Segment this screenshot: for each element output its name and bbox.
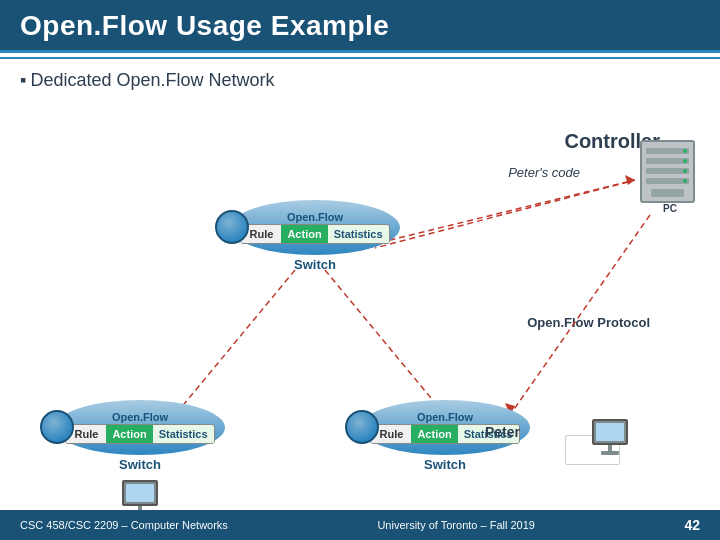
content-area: Dedicated Open.Flow Network Controller P… <box>0 60 720 510</box>
center-router-icon <box>215 210 249 244</box>
right-switch-label: Switch <box>424 457 466 472</box>
title-separator <box>0 57 720 59</box>
center-stats-cell: Statistics <box>328 225 389 243</box>
footer-center: University of Toronto – Fall 2019 <box>377 519 535 531</box>
server-row-4 <box>646 178 688 184</box>
right-router-icon <box>345 410 379 444</box>
server-row-1 <box>646 148 688 154</box>
arrow-center-to-left <box>175 270 295 415</box>
left-of-label: Open.Flow <box>112 411 168 423</box>
arrow-pc-to-center <box>375 182 628 248</box>
arrow-center-to-right <box>325 270 445 415</box>
of-protocol-label: Open.Flow Protocol <box>527 315 650 330</box>
left-of-table: Rule Action Statistics <box>65 424 214 444</box>
center-switch-ellipse: Open.Flow Rule Action Statistics <box>230 200 400 255</box>
left-stats-cell: Statistics <box>153 425 214 443</box>
footer-left: CSC 458/CSC 2209 – Computer Networks <box>20 519 228 531</box>
server-box <box>640 140 695 203</box>
pc-server-icon: PC <box>640 140 700 220</box>
peter-label: Peter <box>485 424 520 440</box>
header: Open.Flow Usage Example <box>0 0 720 53</box>
subtitle: Dedicated Open.Flow Network <box>20 70 700 91</box>
slide-title: Open.Flow Usage Example <box>20 10 389 41</box>
center-action-cell: Action <box>281 225 327 243</box>
server-row-2 <box>646 158 688 164</box>
center-of-table: Rule Action Statistics <box>240 224 389 244</box>
left-router-icon <box>40 410 74 444</box>
footer-right: 42 <box>684 517 700 533</box>
server-row-3 <box>646 168 688 174</box>
slide: Open.Flow Usage Example Dedicated Open.F… <box>0 0 720 540</box>
right-action-cell: Action <box>411 425 457 443</box>
arrowhead-to-pc <box>625 175 635 185</box>
pc-label: PC <box>640 203 700 214</box>
peter-computer <box>590 419 630 455</box>
left-action-cell: Action <box>106 425 152 443</box>
footer: CSC 458/CSC 2209 – Computer Networks Uni… <box>0 510 720 540</box>
left-switch-label: Switch <box>119 457 161 472</box>
center-of-label: Open.Flow <box>287 211 343 223</box>
peter-monitor <box>592 419 628 445</box>
left-switch-ellipse: Open.Flow Rule Action Statistics <box>55 400 225 455</box>
arrow-center-to-pc <box>370 180 635 245</box>
center-switch-label: Switch <box>294 257 336 272</box>
monitor <box>122 480 158 506</box>
server-base <box>651 189 684 197</box>
peters-code-label: Peter's code <box>508 165 580 180</box>
center-switch-node: Open.Flow Rule Action Statistics Switch <box>230 200 400 272</box>
left-switch-node: Open.Flow Rule Action Statistics Switch <box>55 400 225 516</box>
right-of-label: Open.Flow <box>417 411 473 423</box>
